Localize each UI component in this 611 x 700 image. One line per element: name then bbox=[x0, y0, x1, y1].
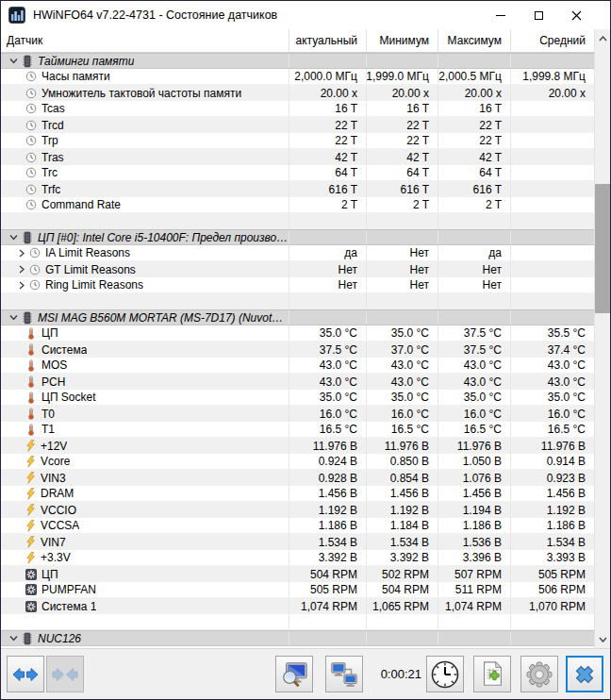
sensor-row[interactable]: IA Limit ReasonsдаНетда bbox=[1, 245, 594, 261]
reset-minmax-button[interactable] bbox=[426, 656, 464, 692]
clock-icon bbox=[29, 247, 41, 258]
sensor-value: 22 T bbox=[366, 133, 438, 148]
sensor-row[interactable]: VIN30.928 В0.854 В1.076 В0.923 В bbox=[1, 470, 594, 486]
sensor-value: 1.194 В bbox=[438, 502, 510, 518]
sensor-row[interactable]: +3.3V3.392 В3.392 В3.396 В3.393 В bbox=[1, 550, 594, 566]
sensor-value bbox=[289, 614, 366, 629]
network-monitors-icon bbox=[330, 660, 358, 689]
collapse-chevron-icon[interactable] bbox=[8, 314, 19, 321]
sensor-value: 1.456 В bbox=[510, 486, 594, 501]
sensor-row[interactable]: VCCIO1.192 В1.192 В1.194 В1.192 В bbox=[1, 502, 594, 518]
monitor-search-icon bbox=[280, 660, 308, 689]
scroll-up-arrow-icon[interactable] bbox=[595, 31, 610, 45]
expand-chevron-icon[interactable] bbox=[16, 281, 27, 290]
sensor-row[interactable]: GT Limit ReasonsНетНетНет bbox=[1, 261, 594, 277]
sensor-row[interactable]: ЦП504 RPM502 RPM507 RPM505 RPM bbox=[1, 566, 594, 582]
sensor-value: 37.5 °C bbox=[289, 342, 366, 358]
sensor-row[interactable]: Trcd22 T22 T22 T bbox=[1, 117, 594, 133]
sensor-label: Trp bbox=[41, 134, 58, 147]
minimize-button[interactable] bbox=[482, 1, 520, 29]
settings-button[interactable] bbox=[520, 656, 558, 692]
sensor-value: 2 T bbox=[289, 197, 366, 212]
sensor-value: да bbox=[438, 245, 510, 260]
logging-report-button[interactable] bbox=[473, 656, 511, 692]
voltage-icon bbox=[25, 488, 36, 500]
section-header-row[interactable]: ЦП [#0]: Intel Core i5-10400F: Предел пр… bbox=[1, 229, 594, 245]
scroll-down-arrow-icon[interactable] bbox=[595, 632, 610, 646]
sensor-row[interactable]: Часы памяти2,000.0 МГц1,999.0 МГц2,000.5… bbox=[1, 69, 594, 85]
system-summary-button[interactable] bbox=[275, 656, 313, 692]
sensor-row[interactable]: Command Rate2 T2 T2 T bbox=[1, 197, 594, 213]
sensor-value: 1,074 RPM bbox=[289, 598, 366, 614]
section-header-row[interactable]: MSI MAG B560M MORTAR (MS-7D17) (Nuvoton … bbox=[1, 309, 594, 325]
voltage-icon bbox=[25, 456, 36, 468]
sensor-label: Vcore bbox=[41, 455, 70, 468]
section-header-row[interactable]: NUC126 bbox=[1, 630, 594, 646]
spacer-row bbox=[1, 213, 594, 229]
sensor-row[interactable]: Ring Limit ReasonsНетНетНет bbox=[1, 277, 594, 293]
sensor-row[interactable]: +12V11.976 В11.976 В11.976 В11.976 В bbox=[1, 438, 594, 454]
sensor-row[interactable]: Система37.5 °C37.0 °C37.5 °C37.4 °C bbox=[1, 342, 594, 358]
hwinfo-sensors-window: HWiNFO64 v7.22-4731 - Состояние датчиков… bbox=[0, 0, 611, 700]
expand-columns-button[interactable] bbox=[7, 656, 44, 692]
sensor-row[interactable]: Умножитель тактовой частоты памяти20.00 … bbox=[1, 85, 594, 101]
sensor-value: 1,070 RPM bbox=[510, 598, 594, 614]
sensor-row[interactable]: Tcas16 T16 T16 T bbox=[1, 101, 594, 117]
sensor-value: да bbox=[289, 245, 366, 260]
sensor-label: Система 1 bbox=[41, 600, 96, 613]
sensor-value: 42 T bbox=[366, 149, 438, 165]
sensor-value bbox=[366, 213, 438, 229]
sensor-value bbox=[510, 197, 594, 212]
sensor-value: 1,074 RPM bbox=[438, 598, 510, 614]
section-header-row[interactable]: Тайминги памяти bbox=[1, 53, 594, 69]
sensor-row[interactable]: Tras42 T42 T42 T bbox=[1, 149, 594, 165]
sensor-row[interactable]: Vcore0.924 В0.850 В1.050 В0.914 В bbox=[1, 454, 594, 470]
collapse-chevron-icon[interactable] bbox=[8, 234, 19, 241]
sensor-row[interactable]: PCH43.0 °C43.0 °C43.0 °C43.0 °C bbox=[1, 374, 594, 390]
sensor-row[interactable]: T116.5 °C16.5 °C16.5 °C16.5 °C bbox=[1, 422, 594, 438]
sensor-value: 22 T bbox=[438, 133, 510, 148]
arrows-inward-icon bbox=[51, 666, 79, 683]
remote-monitoring-button[interactable] bbox=[325, 656, 363, 692]
sensor-row[interactable]: VIN71.534 В1.534 В1.536 В1.534 В bbox=[1, 534, 594, 550]
sensor-row[interactable]: ЦП Socket35.0 °C35.0 °C35.0 °C35.0 °C bbox=[1, 390, 594, 406]
sensor-row[interactable]: Система 11,074 RPM1,065 RPM1,074 RPM1,07… bbox=[1, 598, 594, 614]
sensor-row[interactable]: PUMPFAN505 RPM504 RPM511 RPM506 RPM bbox=[1, 582, 594, 598]
voltage-icon bbox=[25, 472, 36, 484]
column-header-avg[interactable]: Средний bbox=[510, 29, 594, 52]
sensor-value: Нет bbox=[438, 277, 510, 292]
maximize-button[interactable] bbox=[520, 1, 557, 29]
sensor-value: Нет bbox=[366, 245, 438, 260]
scrollbar-thumb[interactable] bbox=[595, 184, 610, 313]
sensor-row[interactable]: Trp22 T22 T22 T bbox=[1, 133, 594, 149]
sensor-label: Ring Limit Reasons bbox=[45, 278, 143, 292]
sensor-value: 1.186 В bbox=[510, 518, 594, 533]
collapse-chevron-icon[interactable] bbox=[8, 58, 19, 64]
maximize-icon bbox=[535, 11, 543, 20]
column-header-sensor[interactable]: Датчик bbox=[1, 29, 289, 52]
sensor-row[interactable]: ЦП35.0 °C35.0 °C37.5 °C35.5 °C bbox=[1, 325, 594, 342]
expand-chevron-icon[interactable] bbox=[16, 249, 27, 258]
sensor-row[interactable]: Trfc616 T616 T616 T bbox=[1, 181, 594, 197]
sensor-row[interactable]: DRAM1.456 В1.456 В1.456 В1.456 В bbox=[1, 486, 594, 502]
column-header-max[interactable]: Максимум bbox=[438, 29, 510, 52]
sensor-row[interactable]: MOS43.0 °C43.0 °C43.0 °C43.0 °C bbox=[1, 358, 594, 374]
expand-chevron-icon[interactable] bbox=[16, 265, 27, 274]
section-title: MSI MAG B560M MORTAR (MS-7D17) (Nuvoton … bbox=[38, 311, 289, 325]
close-window-button[interactable] bbox=[557, 1, 595, 29]
close-button[interactable] bbox=[566, 656, 603, 692]
sensor-label: PCH bbox=[41, 375, 65, 389]
clock-icon bbox=[29, 279, 41, 291]
sensor-row[interactable]: VCCSA1.186 В1.184 В1.186 В1.186 В bbox=[1, 518, 594, 534]
vertical-scrollbar[interactable] bbox=[594, 29, 610, 648]
column-header-min[interactable]: Минимум bbox=[366, 29, 438, 52]
sensor-row[interactable]: T016.0 °C16.0 °C16.0 °C16.0 °C bbox=[1, 406, 594, 422]
sensor-rows: Тайминги памяти Часы памяти2,000.0 МГц1,… bbox=[1, 53, 594, 648]
sensor-value: 3.393 В bbox=[510, 550, 594, 565]
column-header-current[interactable]: актуальный bbox=[289, 29, 366, 52]
sensor-value: 1.534 В bbox=[366, 534, 438, 550]
sensor-row[interactable]: Trc64 T64 T64 T bbox=[1, 165, 594, 181]
sensor-value: 507 RPM bbox=[438, 566, 510, 582]
sensor-label: PUMPFAN bbox=[41, 583, 96, 596]
collapse-chevron-icon[interactable] bbox=[8, 635, 19, 642]
